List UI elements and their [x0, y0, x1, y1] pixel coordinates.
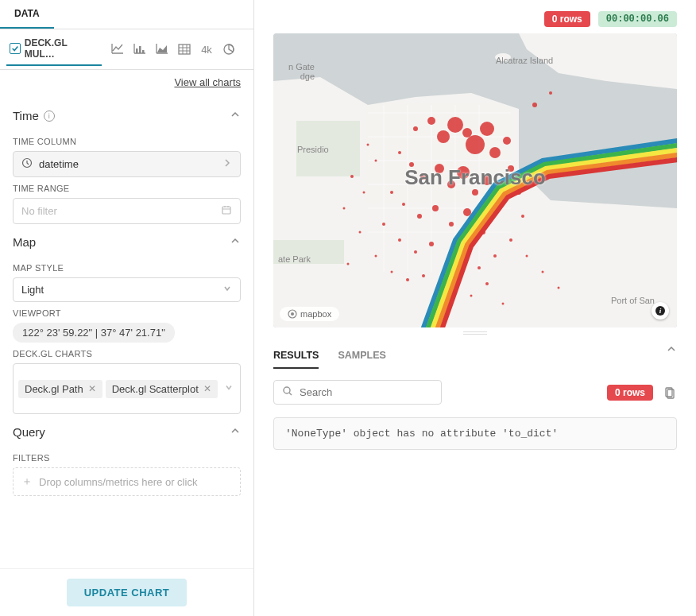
- filters-placeholder: Drop columns/metrics here or click: [39, 476, 197, 488]
- svg-point-66: [542, 271, 544, 273]
- collapse-results-icon[interactable]: [666, 343, 677, 357]
- time-column-select[interactable]: datetime: [13, 151, 241, 177]
- svg-point-33: [463, 208, 471, 216]
- update-row: UPDATE CHART: [0, 568, 253, 616]
- tag-label: Deck.gl Path: [25, 383, 83, 395]
- area-chart-icon[interactable]: [154, 41, 170, 57]
- map-attrib-text: mapbox: [300, 309, 331, 319]
- section-map-header[interactable]: Map: [13, 224, 241, 257]
- svg-point-58: [549, 91, 552, 95]
- svg-point-30: [417, 214, 422, 219]
- svg-point-27: [482, 176, 492, 185]
- copy-clipboard-icon[interactable]: [661, 385, 677, 401]
- svg-point-63: [493, 254, 497, 258]
- section-time-header[interactable]: Time i: [13, 98, 241, 130]
- search-box[interactable]: [273, 380, 442, 405]
- svg-point-32: [449, 222, 454, 227]
- left-tabs: DATA: [0, 0, 253, 29]
- resize-handle[interactable]: [254, 327, 696, 339]
- svg-point-37: [414, 250, 417, 254]
- remove-tag-icon[interactable]: ✕: [203, 383, 211, 394]
- svg-point-20: [398, 151, 401, 154]
- deck-chart-tag[interactable]: Deck.gl Path✕: [18, 380, 102, 398]
- rows-badge: 0 rows: [607, 385, 653, 401]
- svg-point-65: [526, 255, 528, 258]
- big-number-icon[interactable]: 4k: [199, 41, 215, 57]
- clock-icon: [21, 157, 33, 171]
- view-all-charts-link[interactable]: View all charts: [174, 76, 241, 88]
- time-column-label: TIME COLUMN: [13, 137, 241, 146]
- svg-point-19: [503, 137, 511, 145]
- chevron-up-icon: [230, 425, 241, 439]
- remove-tag-icon[interactable]: ✕: [88, 383, 96, 394]
- deck-charts-label: DECK.GL CHARTS: [13, 349, 241, 358]
- line-chart-icon[interactable]: [110, 41, 126, 57]
- map-style-value: Light: [21, 284, 44, 296]
- svg-point-23: [435, 164, 444, 173]
- search-icon: [282, 385, 293, 399]
- svg-point-67: [558, 287, 560, 289]
- svg-point-21: [409, 162, 414, 167]
- update-chart-button[interactable]: UPDATE CHART: [67, 579, 188, 606]
- svg-rect-9: [273, 240, 344, 264]
- deck-charts-select[interactable]: Deck.gl Path✕ Deck.gl Scatterplot✕: [13, 363, 241, 414]
- time-column-value: datetime: [39, 158, 79, 170]
- svg-point-57: [532, 103, 537, 107]
- section-query-header[interactable]: Query: [13, 414, 241, 447]
- svg-point-36: [398, 238, 401, 242]
- time-pill: 00:00:00.06: [598, 11, 677, 27]
- svg-point-24: [447, 180, 455, 188]
- svg-point-15: [462, 128, 472, 138]
- chevron-down-icon: [224, 383, 234, 395]
- svg-rect-72: [463, 331, 487, 332]
- viewport-label: VIEWPORT: [13, 308, 241, 318]
- filters-drop-target[interactable]: ＋ Drop columns/metrics here or click: [13, 467, 241, 496]
- chevron-down-icon: [222, 284, 232, 296]
- bar-chart-icon[interactable]: [132, 41, 148, 57]
- search-input[interactable]: [300, 386, 433, 398]
- svg-point-8: [495, 53, 511, 61]
- svg-point-12: [427, 117, 435, 125]
- svg-rect-10: [296, 121, 360, 176]
- svg-rect-2: [142, 50, 145, 53]
- tab-data[interactable]: DATA: [0, 0, 54, 29]
- svg-point-61: [359, 231, 362, 234]
- svg-point-11: [413, 126, 418, 131]
- svg-point-38: [429, 242, 434, 246]
- map-viewport[interactable]: San Francisco Alcatraz Island Presidio a…: [273, 33, 677, 327]
- search-row: 0 rows: [254, 369, 696, 413]
- chart-type-icons: 4k: [105, 41, 237, 57]
- svg-point-44: [406, 278, 409, 281]
- svg-point-54: [508, 165, 514, 172]
- svg-point-59: [367, 144, 369, 146]
- deck-chart-tag[interactable]: Deck.gl Scatterplot✕: [106, 380, 218, 398]
- dataset-row: DECK.GL MUL… 4k: [0, 29, 253, 70]
- map-info-button[interactable]: i: [652, 302, 669, 320]
- tab-results[interactable]: RESULTS: [273, 343, 319, 369]
- svg-point-52: [363, 192, 365, 194]
- svg-point-26: [472, 189, 478, 196]
- svg-point-62: [347, 263, 350, 265]
- map-attribution: mapbox: [280, 307, 339, 321]
- view-all-row: View all charts: [0, 70, 253, 98]
- time-range-input[interactable]: No filter: [13, 198, 241, 224]
- viewport-pill[interactable]: 122° 23' 59.22" | 37° 47' 21.71": [13, 323, 175, 343]
- svg-point-41: [478, 266, 481, 269]
- svg-rect-73: [463, 334, 487, 335]
- svg-point-22: [420, 173, 427, 180]
- svg-point-35: [382, 223, 385, 226]
- pie-chart-icon[interactable]: [221, 41, 237, 57]
- section-query-title: Query: [13, 425, 45, 439]
- filters-label: FILTERS: [13, 453, 241, 463]
- info-icon: i: [44, 110, 55, 122]
- map-style-label: MAP STYLE: [13, 263, 241, 273]
- svg-point-17: [480, 122, 494, 136]
- tab-samples[interactable]: SAMPLES: [338, 343, 385, 369]
- svg-rect-3: [179, 45, 190, 54]
- table-icon[interactable]: [176, 41, 192, 57]
- dataset-chip[interactable]: DECK.GL MUL…: [6, 33, 102, 66]
- chevron-right-icon: [222, 158, 232, 170]
- viewport-value-wrapper: 122° 23' 59.22" | 37° 47' 21.71": [13, 323, 241, 343]
- svg-point-13: [437, 130, 450, 143]
- map-style-select[interactable]: Light: [13, 277, 241, 302]
